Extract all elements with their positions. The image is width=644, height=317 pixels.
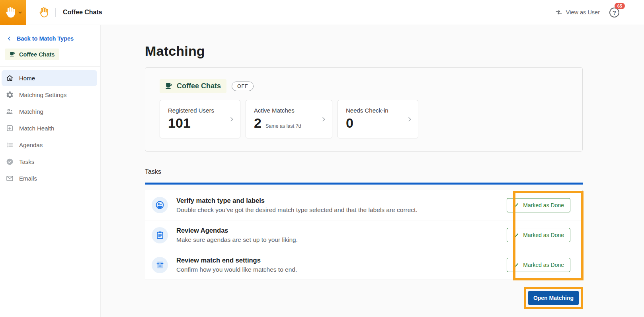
stat-value: 0: [346, 116, 353, 130]
chevron-left-icon: [6, 36, 12, 41]
sidebar-item-label: Matching Settings: [19, 91, 66, 98]
task-row-review-match-end-settings: Review match end settings Confirm how yo…: [145, 250, 582, 280]
stat-label: Needs Check-in: [346, 107, 410, 114]
stat-card-active-matches[interactable]: Active Matches 2 Same as last 7d: [246, 100, 332, 138]
stat-value: 2: [254, 116, 262, 130]
open-matching-button[interactable]: Open Matching: [528, 291, 579, 305]
view-as-user-button[interactable]: View as User: [555, 8, 600, 16]
back-to-match-types-link[interactable]: Back to Match Types: [6, 35, 96, 42]
sidebar-item-label: Emails: [19, 175, 37, 182]
status-badge: OFF: [232, 82, 254, 91]
program-badge: Coffee Chats: [5, 49, 59, 60]
main-area: Matching Coffee Chats OFF Registered Use…: [101, 25, 644, 317]
list-icon: [6, 141, 14, 149]
program-name-label: Coffee Chats: [177, 82, 221, 90]
sidebar-item-label: Match Health: [19, 125, 54, 132]
task-title: Review match end settings: [176, 257, 507, 264]
chevron-down-icon: [18, 10, 22, 15]
coffee-cup-icon: [164, 82, 173, 90]
health-box-icon: [6, 124, 14, 132]
task-icon-circle: [152, 197, 168, 213]
page-title: Matching: [145, 43, 583, 59]
sliders-icon: [155, 260, 165, 270]
task-description: Double check you’ve got the desired matc…: [176, 206, 507, 214]
program-overview-card: Coffee Chats OFF Registered Users 101 Ac…: [145, 67, 583, 152]
sidebar-item-home[interactable]: Home: [2, 70, 97, 86]
people-icon: [6, 107, 14, 116]
sidebar: Back to Match Types Coffee Chats Home Ma…: [0, 25, 101, 317]
view-as-user-label: View as User: [566, 9, 600, 16]
task-row-verify-match-type: Verify match type and labels Double chec…: [145, 190, 582, 220]
stat-value: 101: [168, 116, 191, 130]
home-icon: [6, 74, 14, 82]
sidebar-item-matching[interactable]: Matching: [2, 103, 97, 120]
hand-wave-icon: [38, 6, 50, 18]
sidebar-item-tasks[interactable]: Tasks: [2, 154, 97, 170]
marked-as-done-button[interactable]: Marked as Done: [507, 258, 570, 272]
stat-label: Registered Users: [168, 107, 232, 114]
program-name-badge: Coffee Chats: [160, 79, 226, 93]
tab-tasks[interactable]: Tasks: [145, 168, 583, 175]
notification-badge: 65: [615, 3, 625, 9]
task-description: Make sure agendas are set up to your lik…: [176, 236, 507, 243]
tasks-list: Verify match type and labels Double chec…: [145, 190, 583, 280]
task-icon-circle: [152, 227, 168, 243]
top-bar: Coffee Chats View as User ? 65: [0, 0, 644, 25]
supervised-user-circle-icon: [155, 200, 165, 210]
check-icon: [513, 232, 519, 238]
marked-as-done-label: Marked as Done: [523, 202, 564, 208]
check-icon: [513, 262, 519, 268]
task-description: Confirm how you would like matches to en…: [176, 266, 507, 273]
marked-as-done-label: Marked as Done: [523, 262, 564, 268]
gear-icon: [6, 91, 14, 99]
coffee-cup-icon: [9, 51, 16, 58]
stat-label: Active Matches: [254, 107, 324, 114]
sidebar-item-label: Tasks: [19, 158, 34, 165]
check-icon: [513, 202, 519, 208]
marked-as-done-button[interactable]: Marked as Done: [507, 228, 570, 242]
task-row-review-agendas: Review Agendas Make sure agendas are set…: [145, 220, 582, 250]
sidebar-item-agendas[interactable]: Agendas: [2, 137, 97, 153]
task-title: Review Agendas: [176, 227, 507, 234]
envelope-icon: [6, 174, 14, 183]
clipboard-icon: [155, 230, 165, 240]
chevron-right-icon: [228, 116, 235, 123]
sidebar-item-label: Agendas: [19, 142, 43, 148]
program-badge-label: Coffee Chats: [19, 51, 55, 58]
header-divider: [55, 8, 56, 17]
chevron-right-icon: [406, 116, 413, 123]
sidebar-nav: Home Matching Settings Matching Match He…: [0, 67, 100, 187]
marked-as-done-label: Marked as Done: [523, 232, 564, 238]
stat-card-registered-users[interactable]: Registered Users 101: [160, 100, 240, 138]
check-circle-icon: [6, 158, 14, 166]
swap-arrows-icon: [555, 8, 563, 16]
chevron-right-icon: [320, 116, 327, 123]
sidebar-item-label: Matching: [19, 108, 43, 115]
highlight-annotation-open-matching: Open Matching: [524, 287, 583, 309]
task-icon-circle: [152, 257, 168, 273]
sidebar-item-label: Home: [19, 75, 35, 82]
marked-as-done-button[interactable]: Marked as Done: [507, 198, 570, 212]
app-logo-button[interactable]: [0, 0, 26, 25]
help-button[interactable]: ? 65: [609, 8, 619, 18]
back-link-label: Back to Match Types: [17, 35, 74, 42]
sidebar-item-emails[interactable]: Emails: [2, 170, 97, 187]
header-program-title: Coffee Chats: [63, 9, 102, 16]
hand-wave-icon: [4, 6, 17, 19]
stat-note: Same as last 7d: [265, 123, 301, 129]
sidebar-item-matching-settings[interactable]: Matching Settings: [2, 87, 97, 103]
task-title: Verify match type and labels: [176, 197, 507, 204]
stat-card-needs-check-in[interactable]: Needs Check-in 0: [338, 100, 418, 138]
sidebar-item-match-health[interactable]: Match Health: [2, 120, 97, 136]
active-tab-indicator: [145, 183, 583, 185]
